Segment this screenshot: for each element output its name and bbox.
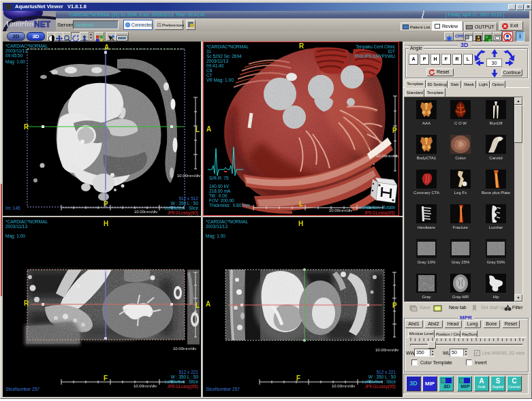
svg-text:Aquarius: Aquarius (3, 20, 35, 29)
svg-text:NET: NET (34, 20, 51, 29)
